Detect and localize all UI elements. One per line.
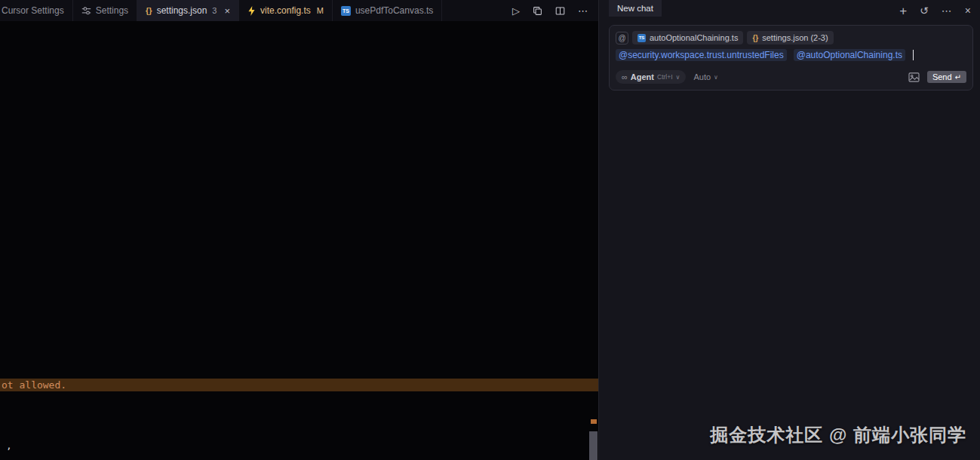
editor-pane[interactable]: ot allowed. , <box>0 21 598 460</box>
git-modified-badge: M <box>317 6 324 15</box>
more-actions-icon[interactable]: ⋯ <box>578 5 588 17</box>
mention-chip[interactable]: @autoOptionalChaining.ts <box>794 49 905 61</box>
tab-label: Cursor Settings <box>2 5 64 16</box>
chat-composer[interactable]: @ TS autoOptionalChaining.ts {} settings… <box>609 25 973 90</box>
tab-settings[interactable]: Settings <box>73 0 137 21</box>
editor-line-text: , <box>6 440 12 451</box>
tab-label: vite.config.ts <box>260 5 311 16</box>
close-tab-icon[interactable]: × <box>224 5 230 17</box>
panel-header-icons: + ↺ ⋯ × <box>899 0 971 21</box>
context-pill-file[interactable]: TS autoOptionalChaining.ts <box>632 31 743 44</box>
new-chat-icon[interactable]: + <box>899 5 907 17</box>
highlighted-line-text: ot allowed. <box>0 379 66 391</box>
more-icon[interactable]: ⋯ <box>942 5 952 16</box>
tab-new-chat[interactable]: New chat <box>609 0 662 17</box>
highlighted-line: ot allowed. <box>0 379 598 391</box>
model-selector[interactable]: Auto ∨ <box>693 72 718 81</box>
vertical-scrollbar[interactable] <box>589 431 598 460</box>
tab-label: Settings <box>96 5 128 16</box>
return-icon: ↵ <box>955 73 961 81</box>
chat-panel-header: New chat + ↺ ⋯ × <box>599 0 980 21</box>
split-editor-icon[interactable] <box>555 6 565 16</box>
overview-ruler-marker <box>591 419 597 424</box>
json-braces-icon: {} <box>752 34 758 42</box>
editor-tab-bar: Cursor Settings Settings {} settings.jso… <box>0 0 598 21</box>
copy-icon[interactable] <box>533 6 542 16</box>
chevron-down-icon: ∨ <box>676 74 680 81</box>
tab-label: settings.json <box>157 5 207 16</box>
tab-cursor-settings[interactable]: Cursor Settings <box>0 0 73 21</box>
context-pill-label: autoOptionalChaining.ts <box>650 33 738 42</box>
keyboard-shortcut: Ctrl+I <box>657 73 673 81</box>
editor-group: Cursor Settings Settings {} settings.jso… <box>0 0 598 460</box>
add-context-button[interactable]: @ <box>616 32 628 44</box>
tab-label: usePdfToCanvas.ts <box>355 5 433 16</box>
agent-mode-selector[interactable]: ∞ Agent Ctrl+I ∨ <box>616 70 686 84</box>
close-panel-icon[interactable]: × <box>965 5 971 16</box>
chevron-down-icon: ∨ <box>714 74 718 81</box>
tab-settings-json[interactable]: {} settings.json 3 × <box>137 0 239 21</box>
send-button[interactable]: Send ↵ <box>927 71 966 83</box>
history-icon[interactable]: ↺ <box>920 5 929 16</box>
watermark: 掘金技术社区 @ 前端小张同学 <box>710 423 966 447</box>
tab-vite-config[interactable]: vite.config.ts M <box>239 0 333 21</box>
context-pill-label: settings.json (2-3) <box>762 33 828 42</box>
composer-toolbar: ∞ Agent Ctrl+I ∨ Auto ∨ <box>616 70 966 84</box>
tab-usepdftocanvas[interactable]: TS usePdfToCanvas.ts <box>333 0 442 21</box>
text-cursor <box>913 50 914 60</box>
message-input[interactable]: @security.workspace.trust.untrustedFiles… <box>616 49 914 61</box>
context-pill-file[interactable]: {} settings.json (2-3) <box>747 31 833 44</box>
mention-chip[interactable]: @security.workspace.trust.untrustedFiles <box>616 49 787 61</box>
tune-icon <box>81 6 91 16</box>
vite-bolt-icon <box>247 6 256 16</box>
infinity-icon: ∞ <box>622 72 628 81</box>
chat-tab-label: New chat <box>617 4 653 13</box>
app-window: Cursor Settings Settings {} settings.jso… <box>0 0 980 460</box>
json-braces-icon: {} <box>146 6 152 15</box>
tab-badge: 3 <box>212 6 217 15</box>
editor-actions: ▷ ⋯ <box>512 0 598 21</box>
context-row: @ TS autoOptionalChaining.ts {} settings… <box>616 31 834 44</box>
image-attach-icon[interactable] <box>908 72 920 82</box>
chat-panel: New chat + ↺ ⋯ × @ TS autoOptionalChaini… <box>598 0 980 460</box>
run-icon[interactable]: ▷ <box>512 5 520 17</box>
typescript-icon: TS <box>341 6 351 16</box>
typescript-icon: TS <box>637 34 646 42</box>
